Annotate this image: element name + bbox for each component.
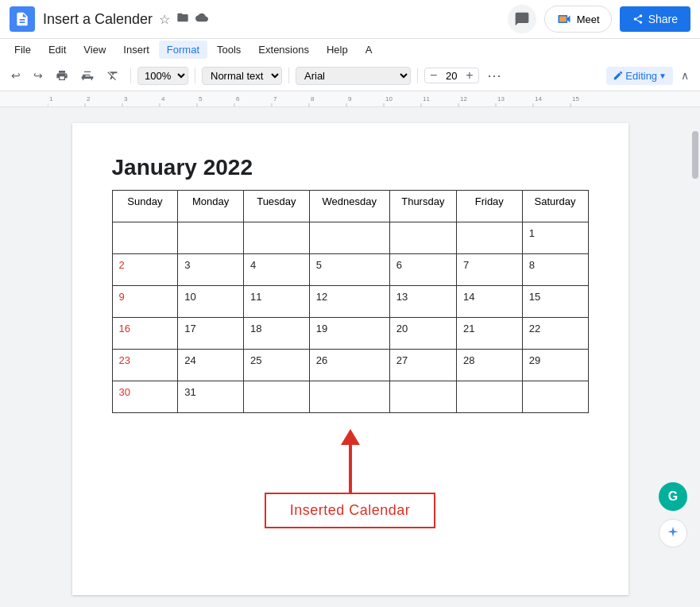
redo-button[interactable]: ↪ <box>29 66 48 85</box>
calendar-cell: 12 <box>309 286 389 318</box>
font-size-value[interactable]: 20 <box>440 70 462 82</box>
header-friday: Friday <box>456 191 522 222</box>
edit-mode-button[interactable]: Editing ▼ <box>606 67 673 85</box>
grammarly-button[interactable]: G <box>659 482 687 511</box>
menu-view[interactable]: View <box>75 41 114 59</box>
chat-button[interactable] <box>508 5 536 33</box>
calendar-cell <box>456 381 522 413</box>
svg-text:1: 1 <box>49 95 53 102</box>
toolbar: ↩ ↪ 100% 75% 125% Normal text Heading 1 … <box>0 60 700 91</box>
scrollbar-thumb[interactable] <box>692 131 698 179</box>
calendar-cell: 7 <box>456 254 522 286</box>
header-sunday: Sunday <box>112 191 178 222</box>
menu-help[interactable]: Help <box>319 41 356 59</box>
header-thursday: Thursday <box>389 191 456 222</box>
svg-text:13: 13 <box>497 95 505 102</box>
calendar-cell: 6 <box>389 254 456 286</box>
calendar-cell: 24 <box>178 350 244 381</box>
table-row: 23 24 25 26 27 28 29 <box>112 350 588 381</box>
ruler-content: 1 2 3 4 5 6 7 8 9 10 11 12 13 1 <box>0 91 700 106</box>
more-options-button[interactable]: ⋯ <box>482 64 506 87</box>
svg-text:10: 10 <box>385 95 393 102</box>
meet-label: Meet <box>577 14 600 25</box>
calendar-cell <box>389 381 456 413</box>
header-wednesday: Wednesday <box>309 191 389 222</box>
calendar-cell: 29 <box>522 350 588 381</box>
star-icon[interactable]: ☆ <box>159 12 170 27</box>
table-row: 1 <box>112 222 588 254</box>
right-controls: Meet Share <box>508 5 690 33</box>
chevron-down-icon: ▼ <box>659 72 667 80</box>
calendar-cell: 11 <box>244 286 310 318</box>
style-select[interactable]: Normal text Heading 1 Heading 2 <box>202 67 282 85</box>
menu-insert[interactable]: Insert <box>115 41 157 59</box>
calendar-cell <box>389 222 456 254</box>
calendar-cell: 1 <box>522 222 588 254</box>
calendar-cell: 22 <box>522 318 588 350</box>
calendar-cell <box>309 222 389 254</box>
zoom-select[interactable]: 100% 75% 125% <box>137 67 188 85</box>
menu-extensions[interactable]: Extensions <box>250 41 317 59</box>
calendar-cell <box>178 222 244 254</box>
print-button[interactable] <box>51 66 73 85</box>
edit-label: Editing <box>625 70 657 82</box>
doc-title[interactable]: Insert a Calender <box>43 11 153 28</box>
calendar-cell: 4 <box>244 254 310 286</box>
calendar-cell: 19 <box>309 318 389 350</box>
ai-assistant-button[interactable] <box>659 519 687 547</box>
clear-format-button[interactable] <box>102 66 124 85</box>
calendar-cell: 18 <box>244 318 310 350</box>
svg-text:7: 7 <box>273 95 277 102</box>
folder-icon[interactable] <box>176 11 189 27</box>
calendar-cell <box>309 381 389 413</box>
menu-bar: File Edit View Insert Format Tools Exten… <box>0 39 700 60</box>
calendar-cell <box>522 381 588 413</box>
calendar-cell: 13 <box>389 286 456 318</box>
font-size-increase[interactable]: + <box>464 68 474 83</box>
annotation-area: Inserted Calendar <box>112 429 589 528</box>
inserted-calendar-label: Inserted Calendar <box>265 493 436 528</box>
ruler: 1 2 3 4 5 6 7 8 9 10 11 12 13 1 <box>0 91 700 107</box>
right-panel: G <box>659 482 687 547</box>
menu-accessibility[interactable]: A <box>358 41 381 59</box>
collapse-toolbar-button[interactable]: ∧ <box>676 66 694 85</box>
calendar-cell <box>244 222 310 254</box>
table-row: 30 31 <box>112 381 588 413</box>
paint-format-button[interactable] <box>76 66 99 85</box>
menu-format[interactable]: Format <box>159 41 207 59</box>
svg-text:6: 6 <box>236 95 240 102</box>
svg-text:12: 12 <box>460 95 467 102</box>
font-select[interactable]: Arial Times New Roman <box>296 67 411 85</box>
calendar-cell: 30 <box>112 381 178 413</box>
arrow-head <box>341 429 360 445</box>
share-button[interactable]: Share <box>620 6 690 32</box>
calendar-header-row: Sunday Monday Tuesday Wednesday Thursday… <box>112 191 588 222</box>
calendar-cell: 28 <box>456 350 522 381</box>
menu-edit[interactable]: Edit <box>41 41 74 59</box>
font-size-decrease[interactable]: − <box>428 68 439 83</box>
menu-file[interactable]: File <box>6 41 39 59</box>
calendar-body: 1 2 3 4 5 6 7 8 9 10 11 12 <box>112 222 588 413</box>
menu-tools[interactable]: Tools <box>209 41 249 59</box>
table-row: 9 10 11 12 13 14 15 <box>112 286 588 318</box>
calendar-cell: 15 <box>522 286 588 318</box>
svg-text:14: 14 <box>535 95 542 102</box>
arrow-shaft <box>349 445 352 493</box>
table-row: 2 3 4 5 6 7 8 <box>112 254 588 286</box>
svg-text:5: 5 <box>199 95 203 102</box>
calendar-cell <box>244 381 310 413</box>
calendar-cell: 23 <box>112 350 178 381</box>
meet-button[interactable]: Meet <box>544 6 612 33</box>
table-row: 16 17 18 19 20 21 22 <box>112 318 588 350</box>
calendar-table: Sunday Monday Tuesday Wednesday Thursday… <box>112 190 589 413</box>
svg-text:9: 9 <box>348 95 352 102</box>
calendar-cell <box>112 222 178 254</box>
cloud-icon <box>195 11 208 27</box>
calendar-cell: 16 <box>112 318 178 350</box>
header-saturday: Saturday <box>522 191 588 222</box>
calendar-cell: 8 <box>522 254 588 286</box>
undo-button[interactable]: ↩ <box>6 66 25 85</box>
scrollbar[interactable] <box>690 107 700 607</box>
calendar-cell: 21 <box>456 318 522 350</box>
calendar-cell <box>456 222 522 254</box>
